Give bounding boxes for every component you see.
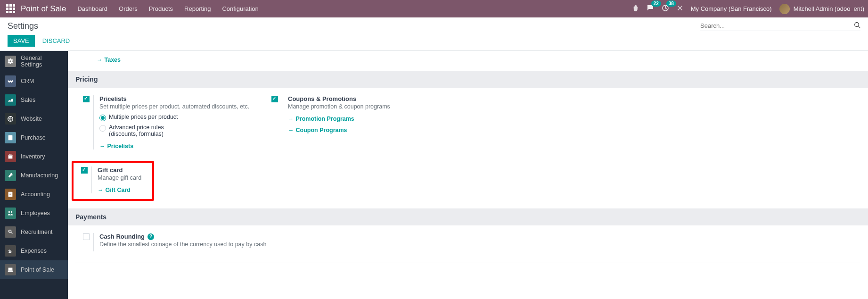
cash-rounding-checkbox[interactable] [83, 233, 90, 240]
sidebar-item-pos[interactable]: Point of Sale [0, 260, 68, 279]
sidebar-label: General Settings [21, 55, 63, 68]
user-avatar-icon [779, 4, 790, 14]
sidebar-item-website[interactable]: Website [0, 109, 68, 128]
arrow-right-icon: → [97, 57, 103, 63]
control-panel: Settings SAVE DISCARD [0, 17, 868, 51]
arrow-right-icon: → [99, 143, 106, 150]
messages-icon[interactable]: 22 [647, 4, 654, 13]
search-input[interactable] [700, 22, 854, 29]
sidebar-item-recruitment[interactable]: Recruitment [0, 223, 68, 241]
people-icon [5, 208, 16, 219]
giftcard-link[interactable]: → Gift Card [98, 187, 131, 193]
globe-icon [5, 113, 16, 125]
sidebar-item-inventory[interactable]: Inventory [0, 147, 68, 166]
nav-menu: Dashboard Orders Products Reporting Conf… [77, 5, 258, 12]
nav-configuration[interactable]: Configuration [222, 5, 258, 12]
info-icon[interactable]: ? [147, 233, 154, 240]
nav-reporting[interactable]: Reporting [184, 5, 211, 12]
svg-point-1 [855, 22, 859, 26]
sidebar-item-sales[interactable]: Sales [0, 91, 68, 109]
sidebar-label: CRM [21, 78, 34, 84]
top-navbar: Point of Sale Dashboard Orders Products … [0, 0, 868, 17]
breadcrumb: Settings [8, 21, 38, 31]
nav-dashboard[interactable]: Dashboard [77, 5, 107, 12]
search-wrap [700, 22, 860, 31]
book-icon [5, 189, 16, 200]
sidebar-item-manufacturing[interactable]: Manufacturing [0, 166, 68, 185]
sidebar-item-employees[interactable]: Employees [0, 204, 68, 223]
setting-coupons: Coupons & Promotions Manage promotion & … [264, 95, 452, 157]
sidebar-item-general[interactable]: General Settings [0, 51, 68, 72]
svg-rect-3 [8, 135, 13, 141]
pricelists-link[interactable]: → Pricelists [99, 143, 133, 150]
user-name: Mitchell Admin (odoo_ent) [794, 5, 864, 12]
sidebar-item-purchase[interactable]: Purchase [0, 128, 68, 147]
arrow-right-icon: → [288, 127, 294, 133]
radio-advanced-rules[interactable]: Advanced price rules (discounts, formula… [99, 124, 260, 137]
magnifier-person-icon [5, 226, 16, 238]
company-selector[interactable]: My Company (San Francisco) [691, 5, 772, 12]
chart-icon [5, 94, 16, 106]
register-icon [5, 264, 16, 275]
giftcard-title: Gift card [98, 166, 148, 174]
settings-sidebar: General Settings CRM Sales Website Purch… [0, 51, 68, 299]
coupons-checkbox[interactable] [271, 96, 278, 102]
sidebar-label: Sales [21, 97, 35, 103]
sidebar-label: Website [21, 116, 42, 122]
promotion-programs-link[interactable]: → Promotion Programs [288, 116, 354, 122]
pricelists-title: Pricelists [99, 95, 260, 102]
activities-badge: 38 [666, 0, 676, 7]
svg-rect-12 [8, 271, 13, 272]
sidebar-label: Point of Sale [21, 266, 54, 273]
sidebar-label: Expenses [21, 248, 47, 254]
settings-content: → Taxes Pricing Pricelists Set multiple … [68, 51, 868, 299]
setting-cash-rounding: Cash Rounding ? Define the smallest coin… [75, 233, 358, 259]
discard-button[interactable]: DISCARD [37, 35, 76, 47]
svg-rect-11 [8, 268, 13, 271]
sidebar-item-expenses[interactable]: $ Expenses [0, 241, 68, 260]
taxes-link[interactable]: → Taxes [97, 57, 121, 63]
arrow-right-icon: → [98, 187, 104, 193]
cash-rounding-desc: Define the smallest coinage of the curre… [99, 241, 354, 248]
giftcard-desc: Manage gift card [98, 174, 148, 181]
nav-orders[interactable]: Orders [119, 5, 138, 12]
pricelists-desc: Set multiple prices per product, automat… [99, 103, 260, 110]
radio-icon [99, 125, 106, 132]
pricelists-checkbox[interactable] [83, 96, 90, 102]
nav-products[interactable]: Products [149, 5, 173, 12]
svg-point-6 [8, 211, 10, 213]
giftcard-checkbox[interactable] [81, 167, 88, 174]
search-icon[interactable] [854, 22, 860, 30]
svg-point-9 [9, 231, 10, 232]
apps-menu-icon[interactable] [4, 2, 17, 16]
sidebar-label: Inventory [21, 153, 45, 160]
sidebar-item-crm[interactable]: CRM [0, 72, 68, 91]
sidebar-item-accounting[interactable]: Accounting [0, 185, 68, 204]
svg-point-7 [11, 211, 13, 213]
handshake-icon [5, 75, 16, 87]
setting-giftcard: Gift card Manage gift card → Gift Card [74, 163, 152, 199]
messages-badge: 22 [651, 0, 661, 7]
sidebar-label: Recruitment [21, 229, 52, 235]
bug-icon[interactable] [632, 5, 639, 13]
coupon-programs-link[interactable]: → Coupon Programs [288, 127, 347, 133]
sidebar-label: Employees [21, 210, 50, 216]
app-brand[interactable]: Point of Sale [21, 4, 66, 14]
sidebar-label: Purchase [21, 134, 46, 141]
svg-rect-4 [8, 155, 13, 158]
dollar-icon: $ [5, 245, 16, 257]
arrow-right-icon: → [288, 116, 294, 122]
tools-icon[interactable] [677, 5, 683, 13]
highlight-annotation: Gift card Manage gift card → Gift Card [72, 161, 154, 201]
wrench-icon [5, 170, 16, 181]
gear-icon [5, 56, 16, 67]
save-button[interactable]: SAVE [8, 35, 35, 47]
coupons-title: Coupons & Promotions [288, 95, 449, 102]
section-pricing-header: Pricing [68, 71, 868, 88]
radio-multiple-prices[interactable]: Multiple prices per product [99, 114, 260, 121]
user-menu[interactable]: Mitchell Admin (odoo_ent) [779, 4, 864, 14]
activities-icon[interactable]: 38 [662, 4, 669, 13]
setting-pricelists: Pricelists Set multiple prices per produ… [75, 95, 264, 157]
sidebar-label: Accounting [21, 191, 50, 198]
sidebar-label: Manufacturing [21, 172, 58, 179]
